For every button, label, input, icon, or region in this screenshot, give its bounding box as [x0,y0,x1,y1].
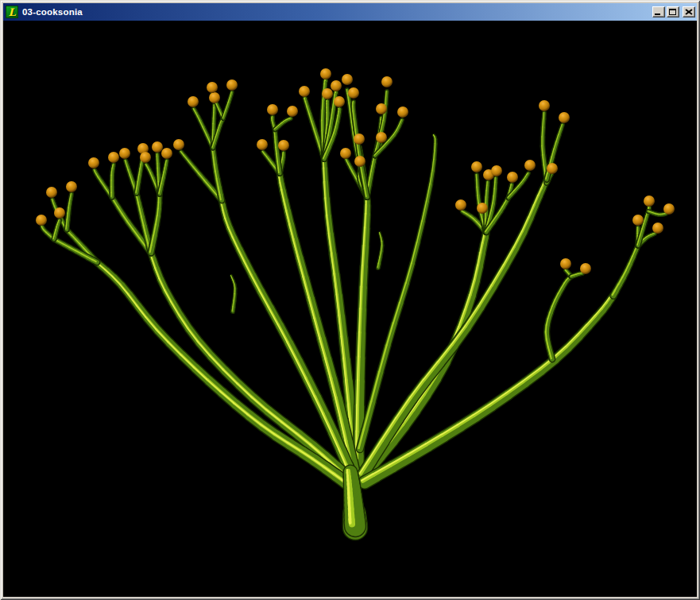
render-viewport[interactable] [3,21,697,597]
lstudio-app-icon: L [6,6,18,18]
plant-svg [3,21,697,597]
title-bar[interactable]: L 03-cooksonia [3,3,697,21]
window-title: 03-cooksonia [22,7,651,17]
window-controls [651,6,695,17]
close-button[interactable] [683,6,695,17]
app-icon-letter: L [8,7,15,17]
maximize-button[interactable] [667,6,679,17]
maximize-icon [669,9,676,15]
app-window: L 03-cooksonia [0,0,700,600]
minimize-icon [655,14,660,15]
minimize-button[interactable] [652,6,665,17]
close-icon [685,9,693,15]
